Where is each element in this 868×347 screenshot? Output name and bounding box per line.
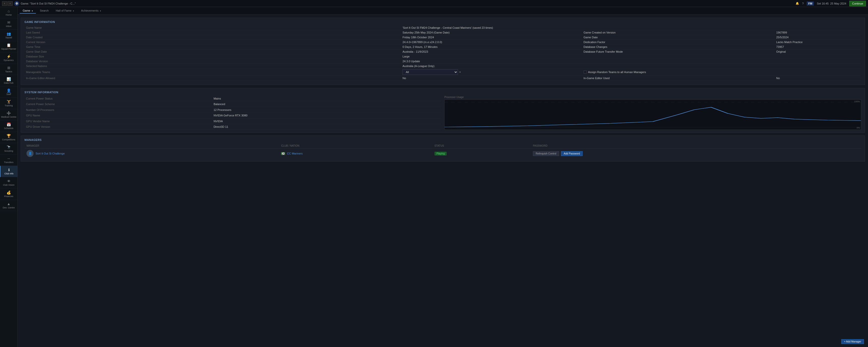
continue-button[interactable]: Continue [849, 1, 866, 6]
manager-name[interactable]: Sort It Out Si Challenge [36, 152, 65, 155]
competitions-icon: 🏆 [6, 134, 11, 138]
sidebar-item-squad[interactable]: 👥 Squad [0, 30, 18, 41]
gpu-vendor-row: GPU Vendor Name NVIDIA [25, 118, 441, 124]
power-scheme-value: Balanced [212, 101, 441, 107]
sidebar: ⌂ Home ✉ Inbox 👥 Squad 📋 Squad Planner ⚡… [0, 7, 18, 347]
nav-forward-button[interactable]: › [7, 1, 12, 6]
manager-name-cell: 👤 Sort It Out Si Challenge [25, 148, 279, 159]
system-info-grid: Current Power Status Mains Current Power… [25, 96, 861, 130]
game-start-date-label: Game Start Date [25, 49, 401, 54]
sidebar-item-dev-centre[interactable]: ▲ Dev. Centre [0, 200, 18, 211]
dev-centre-icon: ▲ [7, 202, 10, 206]
sidebar-item-training[interactable]: 🏋 Training [0, 98, 18, 109]
sidebar-label-staff: Staff [6, 93, 11, 96]
sidebar-item-competitions[interactable]: 🏆 Competitions [0, 132, 18, 143]
notification-icon[interactable]: 🔔 [796, 2, 799, 5]
add-password-button[interactable]: Add Password [561, 151, 583, 156]
assign-random-row: Assign Random Teams to all Human Manager… [584, 71, 773, 74]
col-status: STATUS [433, 143, 531, 148]
sidebar-item-club-vision[interactable]: 👁 Club Vision [0, 177, 18, 188]
game-created-version-value: 1967899 [775, 30, 861, 35]
sidebar-label-transfers: Transfers [4, 161, 13, 164]
sidebar-item-schedule[interactable]: 📅 Schedule [0, 120, 18, 132]
game-time-value: 0 Days, 2 Hours, 17 Minutes [401, 45, 582, 49]
sidebar-label-competitions: Competitions [2, 138, 16, 141]
assign-random-checkbox[interactable] [584, 71, 587, 74]
database-size-label: Database Size [25, 54, 401, 59]
app-logo-icon: ⚽ [14, 1, 19, 6]
date-created-row: Date Created Friday 18th October 2024 Ga… [25, 35, 861, 40]
in-game-editor-allowed-label: In-Game Editor Allowed [25, 76, 401, 81]
game-date-value: 25/5/2024 [775, 35, 861, 40]
sidebar-item-medical-centre[interactable]: ➕ Medical Centre [0, 109, 18, 120]
power-status-row: Current Power Status Mains [25, 96, 441, 101]
in-game-editor-allowed-row: In-Game Editor Allowed No In-Game Editor… [25, 76, 861, 81]
current-version-row: Current Version 24.4.0+1967899 (m.e.v24.… [25, 40, 861, 45]
sidebar-item-scouting[interactable]: 🔭 Scouting [0, 143, 18, 154]
top-bar: ‹ › ⚽ Game: "Sort It Out SI FM24 Challen… [0, 0, 868, 7]
sidebar-item-squad-planner[interactable]: 📋 Squad Planner [0, 41, 18, 53]
tab-game-dropdown-icon: ▾ [32, 10, 33, 12]
transfers-icon: ↔ [7, 157, 10, 161]
game-created-version-label: Game Created on Version [582, 30, 775, 35]
num-processors-label: Number Of Processors [25, 107, 212, 113]
sidebar-item-dynamics[interactable]: ⚡ Dynamics [0, 53, 18, 64]
manageable-teams-row: Manageable Teams All ▼ Assign Random Tea… [25, 69, 861, 76]
dynamics-icon: ⚡ [6, 55, 11, 59]
chart-min-label: 0% [857, 127, 860, 129]
tab-hall-of-fame[interactable]: Hall of Fame ▾ [53, 8, 77, 13]
sidebar-label-inbox: Inbox [6, 25, 11, 28]
game-name-label: Game Name [25, 26, 401, 30]
main-layout: ⌂ Home ✉ Inbox 👥 Squad 📋 Squad Planner ⚡… [0, 7, 868, 347]
tab-search[interactable]: Search [37, 8, 52, 13]
add-manager-button[interactable]: + Add Manager [841, 339, 864, 344]
inbox-icon: ✉ [7, 21, 10, 25]
sidebar-label-medical: Medical Centre [1, 116, 17, 118]
relinquish-control-button[interactable]: Relinquish Control [533, 151, 559, 156]
sidebar-item-data-hub[interactable]: 📊 Data Hub [0, 75, 18, 86]
sidebar-label-tactics: Tactics [5, 70, 12, 73]
sidebar-item-club-info[interactable]: ℹ Club Info [0, 166, 18, 177]
tab-game[interactable]: Game ▾ [20, 8, 36, 13]
col-password: PASSWORD [531, 143, 861, 148]
table-row: 👤 Sort It Out Si Challenge ⚽ CC Mariners… [25, 148, 861, 159]
sidebar-item-finances[interactable]: 💰 Finances [0, 188, 18, 200]
power-scheme-row: Current Power Scheme Balanced [25, 101, 441, 107]
manageable-teams-select[interactable]: All [402, 69, 458, 75]
in-game-editor-used-value: No [775, 76, 861, 81]
help-icon[interactable]: ? [802, 2, 804, 5]
processor-chart-svg [444, 100, 861, 130]
in-game-editor-allowed-value: No [401, 76, 582, 81]
game-information-section: GAME INFORMATION Game Name 'Sort It Out … [21, 18, 865, 85]
dedication-factor-value: Lacks Match Practice [775, 40, 861, 45]
sidebar-label-data-hub: Data Hub [4, 82, 13, 84]
nav-buttons: ‹ › [2, 1, 12, 6]
col-manager: MANAGER [25, 143, 279, 148]
date-created-value: Friday 18th October 2024 [401, 35, 582, 40]
squad-icon: 👥 [6, 32, 11, 36]
avatar: 👤 [27, 150, 34, 157]
game-information-title: GAME INFORMATION [25, 21, 861, 24]
game-start-date-value: Australia - 11/9/2023 [401, 49, 582, 54]
in-game-editor-used-label: In-Game Editor Used [582, 76, 775, 81]
tab-achievements[interactable]: Achievements ▾ [78, 8, 104, 13]
current-version-value: 24.4.0+1967899 (m.e.v24.2.0.0) [401, 40, 582, 45]
sidebar-item-transfers[interactable]: ↔ Transfers [0, 154, 18, 166]
game-start-date-row: Game Start Date Australia - 11/9/2023 Da… [25, 49, 861, 54]
sidebar-item-inbox[interactable]: ✉ Inbox [0, 19, 18, 30]
staff-icon: 👤 [6, 89, 11, 93]
sidebar-label-schedule: Schedule [4, 127, 13, 130]
content-area: Game ▾ Search Hall of Fame ▾ Achievement… [18, 7, 868, 347]
sidebar-item-staff[interactable]: 👤 Staff [0, 86, 18, 98]
managers-section-title: MANAGERS [25, 138, 861, 141]
last-saved-label: Last Saved [25, 30, 401, 35]
nav-back-button[interactable]: ‹ [2, 1, 7, 6]
sidebar-item-tactics[interactable]: ⊞ Tactics [0, 64, 18, 75]
dropdown-expand-icon: ▼ [459, 71, 461, 73]
club-name[interactable]: CC Mariners [287, 152, 303, 155]
processor-usage-container: Processor Usage 100% 0% [444, 96, 861, 130]
sidebar-label-dev-centre: Dev. Centre [3, 206, 14, 209]
finances-icon: 💰 [6, 190, 11, 195]
sidebar-item-home[interactable]: ⌂ Home [0, 7, 18, 19]
sub-nav: Game ▾ Search Hall of Fame ▾ Achievement… [18, 7, 868, 14]
